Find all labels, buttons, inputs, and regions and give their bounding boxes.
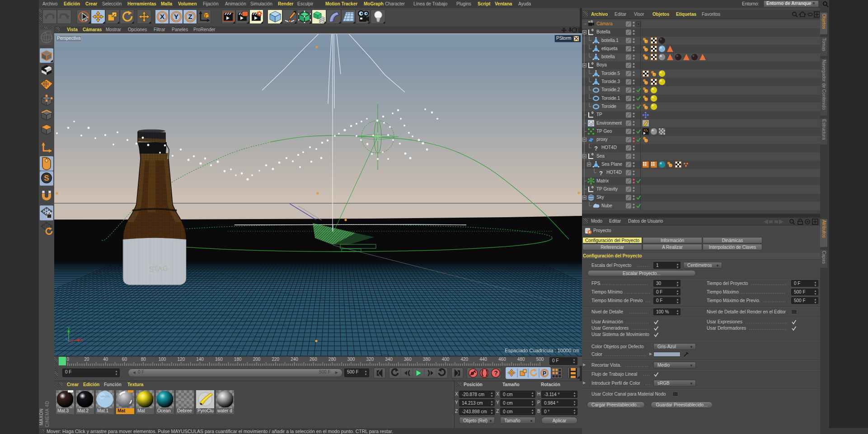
svg-text:120: 120 [177,357,185,362]
svg-text:420: 420 [460,357,468,362]
svg-text:0: 0 [591,111,594,115]
svg-text:0: 0 [591,61,594,65]
svg-text:0: 0 [591,28,594,33]
svg-text:360: 360 [404,357,412,362]
svg-text:480: 480 [517,357,525,362]
svg-text:240: 240 [291,357,298,362]
svg-text:?: ? [494,369,498,377]
svg-text:320: 320 [366,357,374,362]
svg-text:300: 300 [347,357,355,362]
svg-text:Y: Y [174,13,178,20]
svg-text:100: 100 [159,357,166,362]
svg-text:280: 280 [328,357,336,362]
svg-text:200: 200 [253,357,261,362]
svg-text:0: 0 [591,152,594,156]
svg-text:140: 140 [196,357,204,362]
svg-text:Espaciado Cuadrícula : 10000 c: Espaciado Cuadrícula : 10000 cm [505,348,579,353]
svg-text:60: 60 [122,357,127,362]
svg-text:X: X [80,338,83,342]
svg-text:500: 500 [536,357,544,362]
svg-text:440: 440 [479,357,487,362]
svg-text:400: 400 [442,357,450,362]
svg-text:X: X [160,13,164,20]
svg-text:0: 0 [66,357,69,362]
svg-text:340: 340 [385,357,393,362]
svg-text:460: 460 [498,357,506,362]
svg-text:P: P [543,370,546,377]
svg-text:VRGTA: VRGTA [100,395,109,398]
svg-text:220: 220 [272,357,279,362]
svg-text:80: 80 [141,357,146,362]
svg-text:180: 180 [234,357,242,362]
svg-text:STAG: STAG [149,264,168,273]
svg-text:?: ? [599,170,603,177]
svg-text:Z: Z [188,13,192,20]
svg-text:380: 380 [423,357,431,362]
svg-text:S: S [44,174,49,182]
svg-text:20: 20 [84,357,89,362]
svg-text:260: 260 [310,357,317,362]
svg-text:40: 40 [103,357,108,362]
svg-text:?: ? [594,145,598,152]
svg-text:0: 0 [591,186,594,190]
svg-text:160: 160 [215,357,223,362]
svg-text:Y: Y [67,326,70,331]
